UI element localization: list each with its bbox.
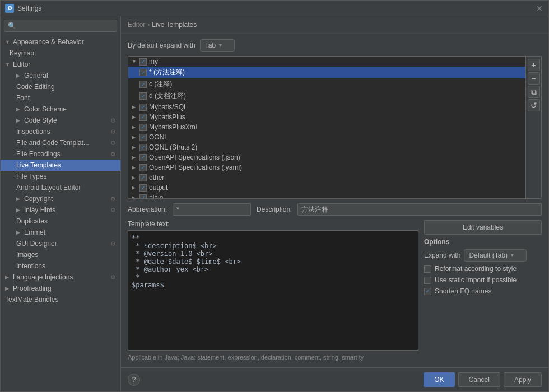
breadcrumb: Editor › Live Templates	[121, 16, 548, 34]
sidebar-item-inlay-hints[interactable]: ▶ Inlay Hints ⚙	[1, 204, 120, 216]
sidebar-item-language-injections[interactable]: ▶ Language Injections ⚙	[1, 272, 120, 283]
expand-with-label: Expand with	[424, 251, 460, 259]
sidebar-item-appearance-behavior[interactable]: ▼ Appearance & Behavior	[1, 36, 120, 48]
template-group-mybatis-sql[interactable]: ▶ Mybatis/SQL	[128, 102, 525, 112]
group-label: MybatisPlusXml	[149, 123, 197, 131]
template-group-mybatisplusxml[interactable]: ▶ MybatisPlusXml	[128, 122, 525, 132]
expand-with-dropdown[interactable]: Default (Tab) ▼	[464, 249, 527, 262]
shorten-fq-row: Shorten FQ names	[424, 287, 542, 295]
sidebar-item-file-types[interactable]: File Types	[1, 171, 120, 182]
sidebar-item-emmet[interactable]: ▶ Emmet	[1, 227, 120, 238]
copy-button[interactable]: ⧉	[528, 86, 540, 98]
template-group-plain[interactable]: ▶ plain	[128, 193, 525, 198]
sidebar-item-images[interactable]: Images	[1, 249, 120, 260]
sidebar-item-general[interactable]: ▶ General	[1, 70, 120, 81]
sidebar-label: File and Code Templat...	[16, 139, 89, 147]
reformat-checkbox[interactable]	[424, 265, 431, 273]
sidebar-label: Copyright	[24, 195, 53, 203]
template-name: * (方法注释)	[149, 68, 185, 77]
template-item-c[interactable]: c (注释)	[128, 78, 525, 90]
sidebar-item-color-scheme[interactable]: ▶ Color Scheme	[1, 104, 120, 115]
template-item-star[interactable]: * (方法注释)	[128, 67, 525, 78]
undo-button[interactable]: ↺	[528, 99, 540, 111]
sidebar-item-font[interactable]: Font	[1, 92, 120, 104]
bottom-bar: ? OK Cancel Apply	[121, 367, 548, 391]
sidebar-item-file-encodings[interactable]: File Encodings ⚙	[1, 148, 120, 160]
group-checkbox[interactable]	[139, 174, 147, 181]
sidebar-label: Android Layout Editor	[16, 184, 81, 192]
expand-arrow: ▶	[132, 185, 137, 190]
item-checkbox[interactable]	[139, 92, 147, 100]
template-item-d[interactable]: d (文档注释)	[128, 90, 525, 102]
group-checkbox[interactable]	[139, 154, 147, 161]
sidebar-item-code-style[interactable]: ▶ Code Style ⚙	[1, 115, 120, 126]
sidebar-label: TextMate Bundles	[5, 296, 58, 304]
expand-default-dropdown[interactable]: Tab ▼	[200, 39, 235, 52]
template-group-ognl[interactable]: ▶ OGNL	[128, 132, 525, 142]
template-group-ognl-struts[interactable]: ▶ OGNL (Struts 2)	[128, 142, 525, 152]
expand-arrow: ▶	[132, 165, 137, 170]
sidebar-item-live-templates[interactable]: Live Templates	[1, 160, 120, 171]
settings-icon: ⚙	[110, 117, 116, 124]
sidebar-item-intentions[interactable]: Intentions	[1, 260, 120, 272]
expand-arrow: ▶	[16, 196, 22, 202]
template-name: d (文档注释)	[149, 91, 186, 101]
group-checkbox[interactable]	[139, 124, 147, 131]
group-checkbox[interactable]	[139, 184, 147, 192]
sidebar-item-file-and-code-template[interactable]: File and Code Templat... ⚙	[1, 137, 120, 148]
add-button[interactable]: +	[528, 59, 540, 71]
sidebar-item-duplicates[interactable]: Duplicates	[1, 216, 120, 227]
search-input[interactable]	[18, 22, 113, 30]
group-checkbox[interactable]	[139, 114, 147, 121]
right-panel: Editor › Live Templates By default expan…	[121, 16, 548, 391]
expand-arrow: ▶	[132, 124, 137, 130]
shorten-fq-checkbox[interactable]	[424, 288, 431, 295]
sidebar-item-gui-designer[interactable]: GUI Designer ⚙	[1, 238, 120, 249]
remove-button[interactable]: −	[528, 72, 540, 85]
sidebar-item-keymap[interactable]: Keymap	[1, 48, 120, 59]
abbreviation-row: Abbreviation: Description:	[128, 203, 542, 216]
cancel-button[interactable]: Cancel	[458, 372, 500, 387]
template-group-other[interactable]: ▶ other	[128, 172, 525, 183]
sidebar-item-copyright[interactable]: ▶ Copyright ⚙	[1, 193, 120, 204]
sidebar-item-editor[interactable]: ▼ Editor	[1, 59, 120, 70]
sidebar-item-code-editing[interactable]: Code Editing	[1, 81, 120, 92]
abbreviation-input[interactable]	[173, 203, 251, 216]
group-checkbox[interactable]	[139, 144, 147, 151]
sidebar-item-inspections[interactable]: Inspections ⚙	[1, 126, 120, 137]
reformat-label: Reformat according to style	[435, 265, 517, 273]
group-checkbox[interactable]	[139, 194, 147, 199]
sidebar-label: Emmet	[24, 228, 45, 236]
template-group-my[interactable]: ▼ my	[128, 57, 525, 67]
template-textarea[interactable]: ** * $description$ <br> * @version 1.0 <…	[128, 230, 418, 351]
group-label: my	[149, 58, 158, 66]
item-checkbox[interactable]	[139, 81, 147, 88]
group-checkbox[interactable]	[139, 104, 147, 111]
sidebar-label: Intentions	[16, 262, 45, 270]
edit-variables-button[interactable]: Edit variables	[424, 220, 542, 235]
description-input[interactable]	[297, 203, 542, 216]
close-button[interactable]: ✕	[535, 4, 544, 13]
group-checkbox-my[interactable]	[139, 58, 147, 66]
static-import-checkbox[interactable]	[424, 277, 431, 284]
ok-button[interactable]: OK	[424, 372, 454, 387]
sidebar-label: Editor	[13, 60, 30, 68]
item-checkbox[interactable]	[139, 69, 147, 76]
sidebar-label: Font	[16, 94, 30, 102]
template-group-output[interactable]: ▶ output	[128, 183, 525, 193]
group-checkbox[interactable]	[139, 134, 147, 141]
template-group-openapi-json[interactable]: ▶ OpenAPI Specifications (.json)	[128, 152, 525, 162]
sidebar-label: General	[24, 72, 48, 80]
sidebar-item-proofreading[interactable]: ▶ Proofreading	[1, 283, 120, 294]
sidebar-item-textmate-bundles[interactable]: TextMate Bundles	[1, 294, 120, 305]
help-button[interactable]: ?	[128, 374, 140, 386]
expand-arrow: ▶	[132, 155, 137, 160]
template-group-mybatisplus[interactable]: ▶ MybatisPlus	[128, 112, 525, 122]
template-group-openapi-yaml[interactable]: ▶ OpenAPI Specifications (.yaml)	[128, 162, 525, 172]
sidebar-item-android-layout-editor[interactable]: Android Layout Editor	[1, 182, 120, 193]
group-checkbox[interactable]	[139, 164, 147, 171]
apply-button[interactable]: Apply	[504, 372, 542, 387]
chevron-down-icon: ▼	[510, 253, 515, 258]
breadcrumb-parent: Editor	[128, 21, 145, 29]
search-box[interactable]: 🔍	[4, 20, 117, 32]
